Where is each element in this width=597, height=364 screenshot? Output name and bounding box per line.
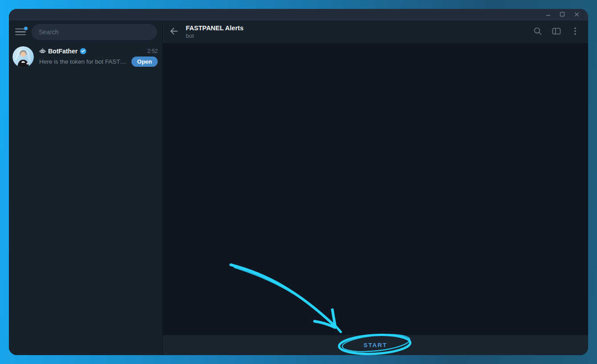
chat-message-preview: Here is the token for bot FASTPA... [39,58,128,65]
chat-subtitle: bot [186,32,243,39]
chat-header: FASTPANEL Alerts bot [163,20,588,43]
chat-item-title-row: BotFather 2:52 [39,48,158,55]
chat-header-actions [530,24,583,40]
close-icon [574,12,579,18]
start-bot-label: START [364,342,387,348]
chat-body-empty [163,43,588,335]
chat-list: BotFather 2:52 Here is the token for bot… [9,43,162,355]
start-bot-button[interactable]: START [163,335,588,355]
minimize-button[interactable] [541,9,555,20]
minimize-icon [546,12,551,18]
chat-pane: FASTPANEL Alerts bot [163,20,588,355]
robot-icon [39,48,46,54]
open-bot-button[interactable]: Open [131,57,158,67]
window-main: BotFather 2:52 Here is the token for bot… [9,20,588,355]
unread-dot-badge [24,27,28,30]
window-titlebar [9,9,588,20]
chat-search-button[interactable] [530,24,545,40]
main-menu-button[interactable] [15,28,26,36]
back-button[interactable] [169,26,180,38]
chat-item-preview-row: Here is the token for bot FASTPA... Open [39,57,158,67]
maximize-icon [560,12,565,18]
chat-name: BotFather [48,48,78,55]
chat-time: 2:52 [147,48,158,54]
search-input[interactable] [32,24,157,40]
maximize-button[interactable] [555,9,569,20]
chat-header-titles: FASTPANEL Alerts bot [186,24,243,39]
toggle-right-sidebar-button[interactable] [549,24,564,40]
sidebar-top [9,20,162,43]
telegram-window: BotFather 2:52 Here is the token for bot… [9,9,588,355]
more-menu-button[interactable] [568,24,583,40]
arrow-left-icon [169,26,180,38]
search-icon [533,26,543,37]
close-button[interactable] [569,9,584,20]
sidebar-toggle-icon [552,26,561,37]
verified-badge-icon [80,48,86,54]
more-vertical-icon [570,26,580,37]
chat-title: FASTPANEL Alerts [186,24,243,32]
chat-list-item-botfather[interactable]: BotFather 2:52 Here is the token for bot… [9,43,162,71]
sidebar: BotFather 2:52 Here is the token for bot… [9,20,163,355]
chat-item-body: BotFather 2:52 Here is the token for bot… [39,48,158,67]
botfather-avatar [12,46,34,68]
